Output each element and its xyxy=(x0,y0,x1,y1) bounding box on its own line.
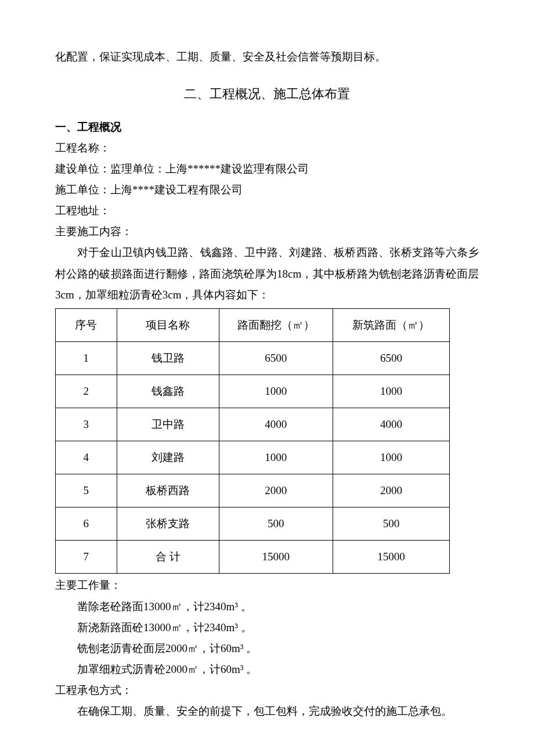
table-cell: 卫中路 xyxy=(117,408,219,441)
th-new: 新筑路面（㎡） xyxy=(333,308,449,341)
table-row: 4刘建路10001000 xyxy=(56,441,450,474)
table-row: 5板桥西路20002000 xyxy=(56,474,450,507)
project-name-line: 工程名称： xyxy=(55,138,479,159)
table-cell: 6 xyxy=(56,507,117,541)
table-cell: 6500 xyxy=(219,341,333,375)
workload-items: 凿除老砼路面13000㎡，计2340m³ 。新浇新路面砼13000㎡，计2340… xyxy=(55,596,479,680)
table-cell: 7 xyxy=(56,541,117,574)
th-seq: 序号 xyxy=(56,308,117,341)
section-heading: 二、工程概况、施工总体布置 xyxy=(55,82,479,106)
table-row: 6张桥支路500500 xyxy=(56,507,450,541)
content-paragraph: 对于金山卫镇内钱卫路、钱鑫路、卫中路、刘建路、板桥西路、张桥支路等六条乡村公路的… xyxy=(55,242,479,305)
table-cell: 500 xyxy=(219,507,333,541)
intro-fragment: 化配置，保证实现成本、工期、质量、安全及社会信誉等预期目标。 xyxy=(55,46,479,67)
list-item: 铣刨老沥青砼面层2000㎡，计60m³ 。 xyxy=(55,638,479,659)
table-cell: 2000 xyxy=(219,474,333,507)
table-cell: 2000 xyxy=(333,474,449,507)
data-table-wrapper: 序号 项目名称 路面翻挖（㎡） 新筑路面（㎡） 1钱卫路650065002钱鑫路… xyxy=(55,308,479,574)
table-cell: 1000 xyxy=(333,441,449,474)
table-cell: 1 xyxy=(56,341,117,375)
table-header-row: 序号 项目名称 路面翻挖（㎡） 新筑路面（㎡） xyxy=(56,308,450,341)
content-label: 主要施工内容： xyxy=(55,221,479,242)
table-cell: 2 xyxy=(56,375,117,408)
workload-label: 主要工作量： xyxy=(55,575,479,596)
table-row: 2钱鑫路10001000 xyxy=(56,375,450,408)
sub-heading-1: 一、工程概况 xyxy=(55,117,479,138)
table-cell: 15000 xyxy=(219,541,333,574)
table-cell: 4000 xyxy=(333,408,449,441)
table-cell: 5 xyxy=(56,474,117,507)
table-body: 1钱卫路650065002钱鑫路100010003卫中路400040004刘建路… xyxy=(56,341,450,574)
list-item: 新浇新路面砼13000㎡，计2340m³ 。 xyxy=(55,617,479,638)
contract-label: 工程承包方式： xyxy=(55,680,479,701)
table-cell: 刘建路 xyxy=(117,441,219,474)
table-row: 7合 计1500015000 xyxy=(56,541,450,574)
contract-text: 在确保工期、质量、安全的前提下，包工包料，完成验收交付的施工总承包。 xyxy=(55,701,479,722)
th-dig: 路面翻挖（㎡） xyxy=(219,308,333,341)
table-cell: 6500 xyxy=(333,341,449,375)
table-cell: 板桥西路 xyxy=(117,474,219,507)
data-table: 序号 项目名称 路面翻挖（㎡） 新筑路面（㎡） 1钱卫路650065002钱鑫路… xyxy=(55,308,450,574)
table-cell: 4 xyxy=(56,441,117,474)
table-cell: 合 计 xyxy=(117,541,219,574)
address-line: 工程地址： xyxy=(55,200,479,221)
table-cell: 张桥支路 xyxy=(117,507,219,541)
table-cell: 钱鑫路 xyxy=(117,375,219,408)
table-cell: 1000 xyxy=(219,441,333,474)
table-cell: 500 xyxy=(333,507,449,541)
table-row: 3卫中路40004000 xyxy=(56,408,450,441)
list-item: 凿除老砼路面13000㎡，计2340m³ 。 xyxy=(55,596,479,617)
table-cell: 1000 xyxy=(219,375,333,408)
table-cell: 4000 xyxy=(219,408,333,441)
table-cell: 钱卫路 xyxy=(117,341,219,375)
contractor-line: 施工单位：上海****建设工程有限公司 xyxy=(55,179,479,200)
table-cell: 1000 xyxy=(333,375,449,408)
builder-line: 建设单位：监理单位：上海******建设监理有限公司 xyxy=(55,159,479,179)
table-row: 1钱卫路65006500 xyxy=(56,341,450,375)
table-cell: 3 xyxy=(56,408,117,441)
list-item: 加罩细粒式沥青砼2000㎡，计60m³ 。 xyxy=(55,659,479,680)
th-name: 项目名称 xyxy=(117,308,219,341)
table-cell: 15000 xyxy=(333,541,449,574)
